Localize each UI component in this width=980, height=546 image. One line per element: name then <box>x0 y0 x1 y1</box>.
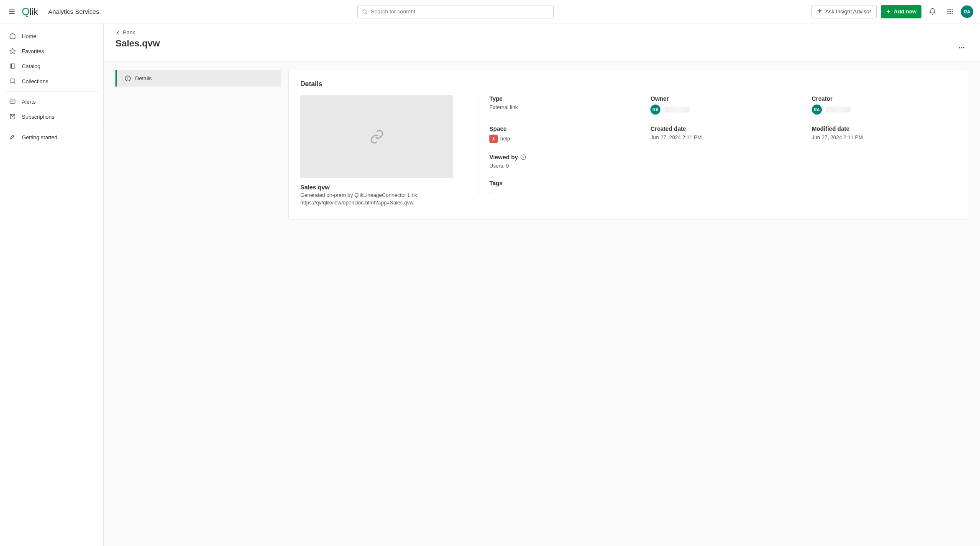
svg-point-21 <box>961 47 962 48</box>
creator-avatar: RA <box>812 105 822 115</box>
logo[interactable]: Qlik Analytics Services <box>22 6 99 18</box>
svg-rect-17 <box>10 64 15 69</box>
space-icon <box>489 135 498 143</box>
meta-value: RA <box>812 105 956 115</box>
meta-owner: Owner RA <box>650 95 795 115</box>
sidebar-item-label: Catalog <box>22 63 41 69</box>
details-section-title: Details <box>300 80 956 88</box>
meta-grid: Type External link Owner RA Creator <box>478 95 956 195</box>
tab-details[interactable]: Details <box>115 70 281 87</box>
back-label: Back <box>123 29 135 36</box>
alerts-icon <box>9 98 16 105</box>
thumbnail-column: Sales.qvw Generated on-prem by QlikLinea… <box>300 95 453 207</box>
collections-icon <box>9 78 16 84</box>
meta-value: Jun 27, 2024 2:11 PM <box>650 135 795 140</box>
more-actions-button[interactable] <box>955 41 968 54</box>
add-new-label: Add new <box>894 8 916 15</box>
meta-value: RA <box>650 105 795 115</box>
meta-label: Creator <box>812 95 956 102</box>
sidebar-item-alerts[interactable]: Alerts <box>6 94 97 109</box>
ask-insight-label: Ask Insight Advisor <box>825 8 871 15</box>
info-icon <box>125 75 131 82</box>
tab-label: Details <box>135 75 152 82</box>
layout: Home Favorites Catalog Collections Alert… <box>0 23 980 546</box>
svg-point-11 <box>949 11 951 12</box>
meta-label: Space <box>489 125 634 132</box>
subscriptions-icon <box>9 113 16 120</box>
sidebar-item-catalog[interactable]: Catalog <box>6 59 97 74</box>
user-avatar[interactable]: RA <box>961 5 973 18</box>
meta-label: Owner <box>650 95 795 102</box>
svg-point-26 <box>493 138 494 139</box>
sidebar: Home Favorites Catalog Collections Alert… <box>0 23 104 546</box>
more-horizontal-icon <box>958 44 965 51</box>
viewed-by-text: Viewed by <box>489 154 518 161</box>
svg-point-13 <box>947 13 949 14</box>
notifications-button[interactable] <box>926 5 939 18</box>
meta-space: Space help <box>489 125 634 143</box>
svg-point-9 <box>952 9 953 10</box>
main-header: Back Sales.qvw <box>104 23 980 61</box>
bell-icon <box>929 8 936 15</box>
meta-modified: Modified date Jun 27, 2024 2:11 PM <box>812 125 956 143</box>
creator-name-redacted <box>826 107 851 112</box>
sidebar-item-favorites[interactable]: Favorites <box>6 43 97 59</box>
add-new-button[interactable]: Add new <box>881 5 921 18</box>
sidebar-item-label: Subscriptions <box>22 114 54 120</box>
info-tooltip-icon[interactable] <box>520 154 526 160</box>
menu-toggle[interactable] <box>7 7 17 17</box>
plus-icon <box>886 9 891 14</box>
sidebar-item-label: Alerts <box>22 99 36 105</box>
item-title: Sales.qvw <box>300 184 453 191</box>
home-icon <box>9 33 16 39</box>
back-button[interactable]: Back <box>115 29 160 36</box>
star-icon <box>9 48 16 54</box>
svg-point-3 <box>363 10 366 13</box>
sidebar-item-getting-started[interactable]: Getting started <box>6 130 97 145</box>
owner-avatar: RA <box>650 105 660 115</box>
space-name: help <box>500 136 510 142</box>
meta-value: Users: 0 <box>489 163 634 169</box>
meta-value[interactable]: help <box>489 135 510 143</box>
svg-point-7 <box>947 9 949 10</box>
page-title: Sales.qvw <box>115 38 160 49</box>
sidebar-item-home[interactable]: Home <box>6 28 97 43</box>
meta-label: Tags <box>489 180 634 186</box>
svg-point-25 <box>128 77 128 77</box>
topbar: Qlik Analytics Services Ask Insight Advi… <box>0 0 980 23</box>
meta-value: Jun 27, 2024 2:11 PM <box>812 135 956 140</box>
details-grid: Sales.qvw Generated on-prem by QlikLinea… <box>300 95 956 207</box>
sidebar-item-subscriptions[interactable]: Subscriptions <box>6 109 97 124</box>
search-box[interactable] <box>357 5 554 18</box>
main: Back Sales.qvw Details Details <box>104 23 980 546</box>
sidebar-item-label: Favorites <box>22 48 44 54</box>
sidebar-divider <box>6 127 97 127</box>
link-icon <box>369 129 384 144</box>
catalog-icon <box>9 63 16 69</box>
sidebar-item-label: Home <box>22 33 36 39</box>
svg-point-22 <box>963 47 965 48</box>
meta-label: Type <box>489 95 634 102</box>
app-launcher-button[interactable] <box>943 5 957 18</box>
svg-point-12 <box>952 11 953 12</box>
meta-viewed-by: Viewed by Users: 0 <box>489 154 634 169</box>
topbar-right: Ask Insight Advisor Add new RA <box>811 5 973 18</box>
topbar-center <box>104 5 806 18</box>
meta-creator: Creator RA <box>812 95 956 115</box>
main-body: Details Details Sales.qvw Generated on-p… <box>104 61 980 546</box>
svg-rect-19 <box>10 100 15 103</box>
svg-point-15 <box>952 13 953 14</box>
search-input[interactable] <box>371 8 549 15</box>
sidebar-item-collections[interactable]: Collections <box>6 74 97 89</box>
ask-insight-advisor-button[interactable]: Ask Insight Advisor <box>811 5 877 18</box>
owner-name-redacted <box>665 107 690 112</box>
item-description: Generated on-prem by QlikLineageConnecto… <box>300 191 447 207</box>
meta-label: Viewed by <box>489 154 634 161</box>
meta-type: Type External link <box>489 95 634 115</box>
svg-point-8 <box>949 9 951 10</box>
meta-created: Created date Jun 27, 2024 2:11 PM <box>650 125 795 143</box>
svg-point-10 <box>947 11 949 12</box>
sidebar-divider <box>6 91 97 92</box>
meta-tags: Tags - <box>489 180 634 195</box>
side-tabs: Details <box>115 70 281 87</box>
